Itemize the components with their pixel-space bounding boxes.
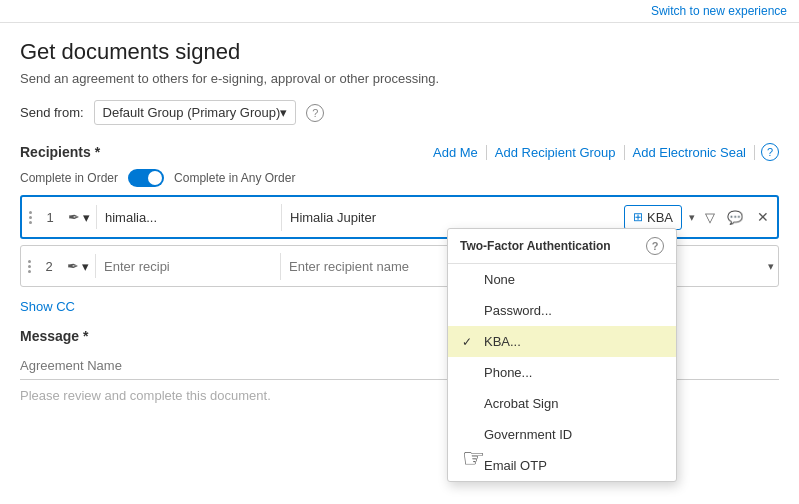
filter-btn-1[interactable]: ▽ <box>699 206 721 229</box>
auth-icon-1: ⊞ <box>633 210 643 224</box>
drag-handle-2[interactable] <box>21 246 37 286</box>
government-check <box>462 428 476 442</box>
order-row: Complete in Order Complete in Any Order <box>20 169 779 187</box>
phone-check <box>462 366 476 380</box>
kba-label: KBA... <box>484 334 521 349</box>
password-check <box>462 304 476 318</box>
password-label: Password... <box>484 303 552 318</box>
add-me-link[interactable]: Add Me <box>433 145 487 160</box>
email-input-1[interactable] <box>97 204 282 231</box>
role-btn-2[interactable]: ✒ ▾ <box>61 254 96 278</box>
auth-type-label-1: KBA <box>647 210 673 225</box>
dropdown-item-acrobat[interactable]: Acrobat Sign <box>448 388 676 419</box>
send-from-help-icon[interactable]: ? <box>306 104 324 122</box>
role-chevron-1: ▾ <box>83 210 90 225</box>
email-input-2[interactable] <box>96 253 281 280</box>
dropdown-item-kba[interactable]: ✓ KBA... <box>448 326 676 357</box>
acrobat-label: Acrobat Sign <box>484 396 558 411</box>
main-content: Get documents signed Send an agreement t… <box>0 23 799 419</box>
add-electronic-seal-link[interactable]: Add Electronic Seal <box>625 145 755 160</box>
acrobat-check <box>462 397 476 411</box>
actions-section: Add Me Add Recipient Group Add Electroni… <box>433 143 779 161</box>
email-otp-label: Email OTP <box>484 458 547 473</box>
send-from-label: Send from: <box>20 105 84 120</box>
add-recipient-group-link[interactable]: Add Recipient Group <box>487 145 625 160</box>
role-btn-1[interactable]: ✒ ▾ <box>62 205 97 229</box>
phone-label: Phone... <box>484 365 532 380</box>
role-icon-1: ✒ <box>68 209 80 225</box>
toggle-thumb <box>148 171 162 185</box>
complete-in-any-order-label: Complete in Any Order <box>174 171 295 185</box>
comment-btn-1[interactable]: 💬 <box>721 206 749 229</box>
recipients-title: Recipients * <box>20 144 100 160</box>
row2-chevron[interactable]: ▾ <box>764 256 778 277</box>
dropdown-header: Two-Factor Authentication ? <box>448 229 676 264</box>
send-from-row: Send from: Default Group (Primary Group)… <box>20 100 779 125</box>
recipients-top-row: Recipients * Add Me Add Recipient Group … <box>20 143 779 161</box>
page-title: Get documents signed <box>20 39 779 65</box>
auth-chevron-1[interactable]: ▾ <box>685 207 699 228</box>
row-num-1: 1 <box>38 210 62 225</box>
kba-check: ✓ <box>462 335 476 349</box>
drag-handle-1[interactable] <box>22 197 38 237</box>
email-otp-check <box>462 459 476 473</box>
switch-link[interactable]: Switch to new experience <box>651 4 787 18</box>
row-num-2: 2 <box>37 259 61 274</box>
two-factor-dropdown: Two-Factor Authentication ? None Passwor… <box>447 228 677 482</box>
send-from-value: Default Group (Primary Group) <box>103 105 281 120</box>
role-icon-2: ✒ <box>67 258 79 274</box>
dropdown-arrow-icon: ▾ <box>280 105 287 120</box>
recipients-help-icon[interactable]: ? <box>761 143 779 161</box>
none-label: None <box>484 272 515 287</box>
complete-in-order-label: Complete in Order <box>20 171 118 185</box>
dropdown-item-government[interactable]: Government ID <box>448 419 676 450</box>
send-from-select[interactable]: Default Group (Primary Group) ▾ <box>94 100 297 125</box>
close-btn-1[interactable]: ✕ <box>749 205 777 229</box>
dropdown-item-phone[interactable]: Phone... <box>448 357 676 388</box>
dropdown-item-email-otp[interactable]: Email OTP <box>448 450 676 481</box>
page-subtitle: Send an agreement to others for e-signin… <box>20 71 779 86</box>
government-label: Government ID <box>484 427 572 442</box>
dropdown-item-password[interactable]: Password... <box>448 295 676 326</box>
name-input-1[interactable] <box>282 204 621 231</box>
top-bar: Switch to new experience <box>0 0 799 23</box>
role-chevron-2: ▾ <box>82 259 89 274</box>
show-cc-label: Show CC <box>20 299 75 314</box>
none-check <box>462 273 476 287</box>
dropdown-header-label: Two-Factor Authentication <box>460 239 611 253</box>
auth-btn-1[interactable]: ⊞ KBA <box>624 205 682 230</box>
order-toggle[interactable] <box>128 169 164 187</box>
dropdown-item-none[interactable]: None <box>448 264 676 295</box>
dropdown-help-icon[interactable]: ? <box>646 237 664 255</box>
